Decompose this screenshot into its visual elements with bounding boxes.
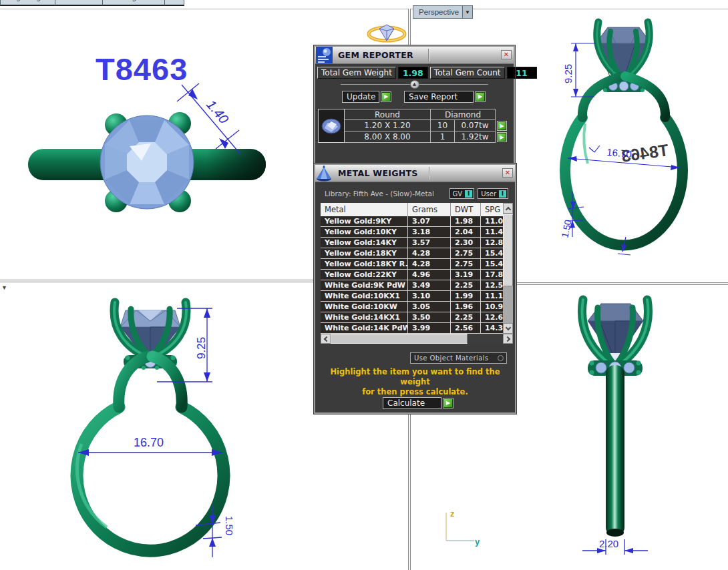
save-report-button[interactable]: Save Report xyxy=(404,91,474,103)
metal-weights-icon xyxy=(316,165,333,182)
svg-text:16.70: 16.70 xyxy=(134,436,164,449)
svg-text:1.40: 1.40 xyxy=(204,97,232,126)
scroll-right-icon[interactable] xyxy=(503,334,513,344)
total-gem-count-value: 11 xyxy=(507,67,537,79)
metal-weights-close-icon[interactable]: ✕ xyxy=(502,168,513,178)
metal-row[interactable]: Yellow Gold:10KY3.182.0411.45 xyxy=(321,227,503,238)
tab-side-view[interactable]: Side View xyxy=(55,0,104,6)
tab-through-finger[interactable]: ough Finger xyxy=(0,0,55,6)
gem-summary-table: Round Diamond 1.20 X 1.20 10 0.07tw ▶ 8.… xyxy=(318,109,514,143)
calculate-button[interactable]: Calculate xyxy=(383,397,441,409)
gem-reporter-title: GEM REPORTER xyxy=(338,50,413,60)
svg-text:1.50: 1.50 xyxy=(559,218,573,238)
metal-row[interactable]: White Gold:10KW3.051.9610.99 xyxy=(321,302,503,312)
gv-indicator: I xyxy=(465,190,472,198)
gem-row-count: 1 xyxy=(431,131,455,143)
svg-text:1.50: 1.50 xyxy=(224,516,235,535)
metal-weights-titlebar[interactable]: METAL WEIGHTS ✕ xyxy=(315,165,515,182)
vertical-scrollbar[interactable] xyxy=(503,203,513,334)
metal-row[interactable]: Yellow Gold:14KY3.572.3012.88 xyxy=(321,238,503,248)
radio-icon xyxy=(498,355,504,361)
scroll-down-icon[interactable] xyxy=(503,323,513,334)
gem-row-count: 10 xyxy=(431,120,455,131)
gem-row-go-icon[interactable]: ▶ xyxy=(497,132,507,142)
ring-perspective-view: T8463 9.25 16.70 1.50 xyxy=(554,17,698,274)
scroll-up-icon[interactable] xyxy=(503,203,513,214)
horizontal-scrollbar[interactable] xyxy=(321,334,513,344)
titlebar-separator xyxy=(429,167,429,180)
svg-text:16.70: 16.70 xyxy=(606,146,632,160)
library-label: Library: Fifth Ave - (Slow)-Metal xyxy=(325,190,446,198)
gem-reporter-icon xyxy=(316,47,333,63)
svg-text:9.25: 9.25 xyxy=(195,337,208,359)
axis-indicator: z y xyxy=(433,506,481,547)
gem-row-size: 8.00 X 8.00 xyxy=(345,131,431,143)
gem-shape-header: Round xyxy=(345,109,431,120)
gem-row-weight: 0.07tw xyxy=(455,120,496,131)
ring-front-view: 9.25 16.70 1.50 xyxy=(40,290,267,567)
gem-reporter-panel: GEM REPORTER ✕ Total Gem Weight 1.98 Tot… xyxy=(314,45,515,164)
vertical-scroll-thumb[interactable] xyxy=(503,214,513,286)
svg-text:2.20: 2.20 xyxy=(599,538,618,549)
metal-row[interactable]: Yellow Gold:18KY4.282.7515.41 xyxy=(321,248,503,259)
viewport-selector-dropdown[interactable]: Perspective ▼ xyxy=(413,5,473,19)
total-gem-weight-value: 1.98 xyxy=(398,67,428,79)
instruction-text: Highlight the item you want to find the … xyxy=(315,367,515,397)
tab-looking-down[interactable]: Looking Down xyxy=(102,0,165,6)
gem-reporter-titlebar[interactable]: GEM REPORTER ✕ xyxy=(315,47,514,64)
metal-row[interactable]: White Gold:14KX13.502.2512.61 xyxy=(321,312,503,323)
use-object-materials-dropdown[interactable]: Use Object Materials xyxy=(410,352,507,364)
viewport-menu-arrow-icon[interactable]: ▼ xyxy=(1,284,7,291)
metal-row[interactable]: White Gold:14K PdW3.992.5614.37 xyxy=(321,323,503,334)
metal-row[interactable]: Yellow Gold:22KY4.963.1917.89 xyxy=(321,270,503,280)
save-report-go-icon[interactable]: ▶ xyxy=(475,91,486,102)
calculate-go-icon[interactable]: ▶ xyxy=(443,398,453,408)
metal-weights-panel: METAL WEIGHTS ✕ Library: Fifth Ave - (Sl… xyxy=(314,164,516,414)
tab-extra[interactable]: ▾ xyxy=(164,0,184,6)
titlebar-separator xyxy=(428,49,429,61)
scroll-left-icon[interactable] xyxy=(321,334,331,344)
viewport-selector-label: Perspective xyxy=(413,8,462,16)
update-button[interactable]: Update xyxy=(342,91,379,103)
total-gem-weight-label: Total Gem Weight xyxy=(317,67,396,79)
total-gem-count-label: Total Gem Count xyxy=(430,67,505,79)
gem-thumbnail xyxy=(318,109,345,143)
metal-row[interactable]: Yellow Gold:9KY3.071.9811.08 xyxy=(321,216,503,227)
metal-weights-title: METAL WEIGHTS xyxy=(338,168,418,178)
user-toggle-button[interactable]: User I xyxy=(478,188,508,199)
chevron-down-icon[interactable]: ▼ xyxy=(462,6,472,18)
gem-type-header: Diamond xyxy=(431,109,496,120)
metal-table-header: Metal Grams DWT SPG xyxy=(321,203,503,216)
model-number-label: T8463 xyxy=(96,51,188,87)
gem-row-go-icon[interactable]: ▶ xyxy=(497,121,507,131)
metal-row[interactable]: Yellow Gold:18KY R...4.282.7515.41 xyxy=(321,259,503,270)
ring-side-view: 2.20 xyxy=(568,290,668,561)
metal-weights-table: Metal Grams DWT SPG Yellow Gold:9KY3.071… xyxy=(321,203,513,344)
axis-y-label: y xyxy=(475,537,480,547)
collapse-toggle-icon[interactable]: ▲ xyxy=(410,80,419,89)
gem-row-size: 1.20 X 1.20 xyxy=(345,120,431,131)
horizontal-scroll-thumb[interactable] xyxy=(331,334,468,344)
gem-row-weight: 1.92tw xyxy=(455,131,496,143)
svg-text:9.25: 9.25 xyxy=(562,64,574,83)
metal-row[interactable]: White Gold:9K PdW3.492.2512.59 xyxy=(321,280,503,291)
update-go-icon[interactable]: ▶ xyxy=(381,91,391,102)
user-indicator: I xyxy=(499,190,506,198)
axis-z-label: z xyxy=(450,509,455,519)
metal-row[interactable]: White Gold:10KX13.101.9911.18 xyxy=(321,291,503,302)
ring-tool-icon xyxy=(365,23,408,43)
application-window: ough Finger Side View Looking Down ▾ ▼ P… xyxy=(0,0,728,570)
gem-reporter-close-icon[interactable]: ✕ xyxy=(501,50,512,59)
viewport-tab-strip: ough Finger Side View Looking Down ▾ xyxy=(0,0,401,6)
gv-toggle-button[interactable]: GV I xyxy=(449,188,475,199)
